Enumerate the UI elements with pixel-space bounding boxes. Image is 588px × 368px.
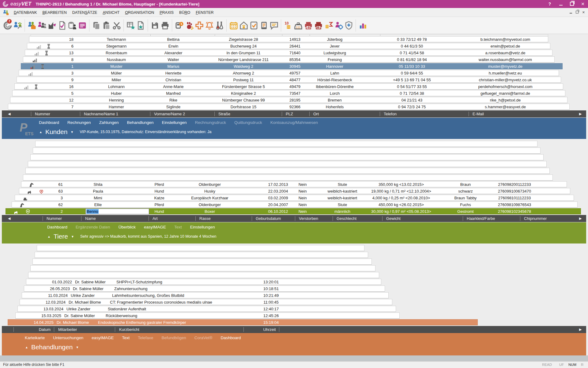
tab-einstellungen[interactable]: Einstellungen	[162, 120, 187, 125]
scroll-left-icon[interactable]: ◀	[8, 215, 10, 222]
cash-register-icon[interactable]	[293, 18, 303, 33]
animal-row[interactable]: 62ElliePferdOldenburger20.04.2007NeinStu…	[0, 201, 588, 208]
shield-cross-icon[interactable]	[344, 18, 354, 33]
animal-row[interactable]: Benno2HundBoxer06.10.2012Neinmännlich30,…	[0, 208, 588, 215]
menu-datensätze[interactable]: DATENSÄTZE	[70, 10, 100, 15]
scroll-right-icon[interactable]: ▶	[579, 326, 582, 333]
scroll-left-icon[interactable]: ◀	[8, 110, 10, 117]
payment-print-icon[interactable]	[313, 18, 323, 33]
customer-row[interactable]: 6StegemannErwinBuchenweg 2426441Jever0 4…	[0, 43, 588, 49]
animal-row-empty[interactable]	[0, 168, 588, 174]
scroll-right-icon[interactable]: ▶	[579, 110, 582, 117]
notifications-icon[interactable]: 7	[2, 18, 13, 33]
document-star-icon[interactable]	[136, 18, 146, 33]
statistics-pointer-icon[interactable]	[47, 18, 57, 33]
worklist-icon[interactable]	[77, 18, 87, 33]
minimize-button[interactable]	[558, 1, 564, 7]
mdi-minimize-button[interactable]	[570, 10, 572, 14]
close-button[interactable]: ✕	[580, 1, 586, 7]
invoice-print-icon[interactable]	[303, 18, 313, 33]
animal-row-empty[interactable]	[0, 141, 588, 147]
sum-coins-icon[interactable]	[323, 18, 334, 33]
customer-search-paw-icon[interactable]	[13, 18, 23, 33]
mdi-close-button[interactable]: ✕	[582, 10, 585, 14]
tab-erg-nzende-daten[interactable]: Ergänzende Daten	[76, 225, 110, 229]
customer-row[interactable]: 9MillerChristianPostweg 1148477Hörstel-R…	[0, 77, 588, 83]
animal-row-empty[interactable]	[0, 154, 588, 161]
tab-rechnungen[interactable]: Rechnungen	[67, 120, 91, 125]
document-check-icon[interactable]	[57, 18, 67, 33]
tab-dashboard[interactable]: Dashboard	[39, 120, 59, 125]
customer-row[interactable]: 16LohmannAnne-MarieFürstenberger Strasse…	[0, 83, 588, 90]
animal-row-empty[interactable]	[0, 161, 588, 167]
treatment-row[interactable]: 01.03.2022Dr. Sabine MüllerSHPPi+LT-Schu…	[0, 279, 588, 285]
menu-büro[interactable]: BÜRO	[176, 10, 193, 15]
menu-organisation[interactable]: ORGANISATION	[122, 10, 157, 15]
tab-kontoauszug-mahnwesen[interactable]: Kontoauszug/Mahnwesen	[270, 120, 318, 125]
message-bubble-icon[interactable]	[269, 18, 279, 33]
treatment-row-empty[interactable]	[0, 272, 588, 278]
collapse-down-icon[interactable]: ▼	[71, 235, 74, 238]
customer-row[interactable]: 5HuberManfredKöniginallee 273547Lorch0 7…	[0, 90, 588, 97]
collapse-up-icon[interactable]: ▲	[39, 130, 42, 134]
paw-warning-icon[interactable]	[184, 18, 194, 33]
animal-row[interactable]: 3MimiKatzeEuropäisch Kurzhaar03.02.2009N…	[0, 195, 588, 201]
person-target-icon[interactable]	[334, 18, 344, 33]
collapse-up-icon[interactable]: ▲	[25, 346, 28, 349]
treatment-row[interactable]: 13.03.2024Ulrike ZanderStationärer Aufen…	[0, 306, 588, 312]
customer-row[interactable]: 12HenningRikeNürnberger Chausee 9928195B…	[0, 97, 588, 103]
customer-row[interactable]: 8NussbaumWalterNürnberger Landstrasse 21…	[0, 56, 588, 63]
patient-owner-icon[interactable]	[37, 18, 47, 33]
menu-fenster[interactable]: FENSTER	[193, 10, 216, 15]
copy-icon[interactable]	[91, 18, 101, 33]
tab--berblick[interactable]: Überblick	[119, 225, 136, 229]
tab-untersuchungen[interactable]: Untersuchungen	[53, 335, 83, 340]
stable-paw-icon[interactable]	[239, 18, 249, 33]
treatment-row[interactable]: 26.05.2023Dr. Sabine MüllerZahnuntersuch…	[0, 286, 588, 292]
animal-name-input[interactable]: Benno	[85, 209, 149, 214]
treatment-row-empty[interactable]	[0, 245, 588, 251]
help-button[interactable]: ?	[547, 1, 552, 7]
tablet-note-icon[interactable]	[259, 18, 269, 33]
tab-easyimage[interactable]: easyIMAGE	[144, 225, 166, 229]
print-icon[interactable]	[160, 18, 170, 33]
menu-ansicht[interactable]: ANSICHT	[100, 10, 122, 15]
tab-telefaxe[interactable]: Telefaxe	[138, 335, 153, 340]
tab-einstellungen[interactable]: Einstellungen	[190, 225, 215, 229]
treatment-row[interactable]: 15.03.2025Dr. Sabine MüllerRücküberweisu…	[0, 312, 588, 319]
collapse-down-icon[interactable]: ▼	[70, 130, 74, 134]
menu-praxis[interactable]: PRAXIS	[157, 10, 176, 15]
animal-row-empty[interactable]	[0, 148, 588, 154]
statistics-bars-icon[interactable]	[358, 18, 368, 33]
customer-row[interactable]: 13RosenbaumAlexanderIn den Grumpen 11716…	[0, 50, 588, 56]
database-person-icon[interactable]	[67, 18, 77, 33]
customer-row[interactable]: 3MüllerHenrietteAhornweg 249757Lahn0 59 …	[0, 70, 588, 76]
tab-text[interactable]: Text	[122, 335, 130, 340]
animal-row[interactable]: 63PaulaHundHusky22.03.2004Neinweiblich-k…	[0, 188, 588, 194]
tab-quittungsdruck[interactable]: Quittungsdruck	[234, 120, 262, 125]
staff-briefcase-icon[interactable]	[27, 18, 37, 33]
alarm-bell-icon[interactable]	[204, 18, 214, 33]
restore-button[interactable]	[569, 1, 575, 7]
animal-row-empty[interactable]	[0, 174, 588, 181]
price-coins-icon[interactable]: 10	[283, 18, 293, 33]
treatment-row[interactable]: 11.03.2024Ulrike ZanderLahmheitsuntersuc…	[0, 292, 588, 299]
menu-datenbank[interactable]: DATENBANK	[11, 10, 40, 15]
treatment-row-empty[interactable]	[0, 259, 588, 265]
treatment-row[interactable]: 14.04.2025Dr. Michael BlomeEndoskopische…	[0, 319, 588, 326]
customer-row[interactable]: 1MusterMariusWaldweg 230945Hannover05 11…	[0, 63, 588, 70]
scroll-right-icon[interactable]: ▶	[579, 215, 582, 222]
tab-rechnungsdruck[interactable]: Rechnungsdruck	[195, 120, 226, 125]
tab-zahlungen[interactable]: Zahlungen	[99, 120, 119, 125]
tab-dashboard[interactable]: Dashboard	[221, 335, 241, 340]
menu-bearbeiten[interactable]: BEARBEITEN	[40, 10, 69, 15]
collapse-down-icon[interactable]: ▼	[76, 346, 79, 349]
paste-icon[interactable]	[101, 18, 111, 33]
save-icon[interactable]	[150, 18, 160, 33]
tab-behandlungen[interactable]: Behandlungen	[127, 120, 153, 125]
task-check-icon[interactable]	[249, 18, 259, 33]
treatment-row[interactable]: 12.03.2024Dr. Michael BlomeCT: Fragmenti…	[0, 299, 588, 305]
collapse-up-icon[interactable]: ▲	[47, 235, 51, 238]
cut-icon[interactable]	[111, 18, 122, 33]
tab-easyimage[interactable]: easyIMAGE	[92, 335, 114, 340]
